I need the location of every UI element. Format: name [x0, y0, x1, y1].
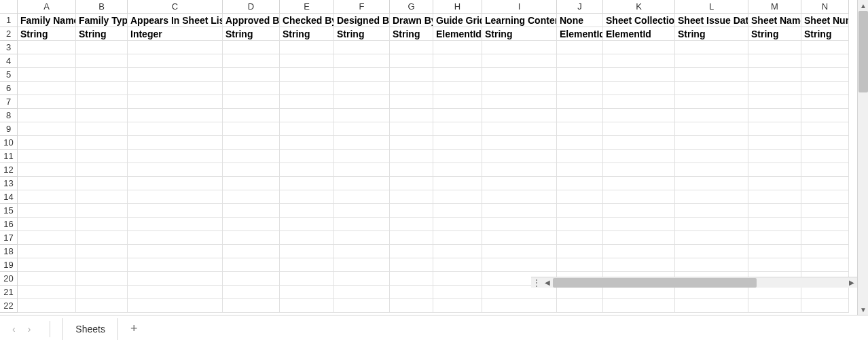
cell-H13[interactable]	[433, 177, 482, 190]
row-header-2[interactable]: 2	[0, 27, 18, 41]
cell-L3[interactable]	[675, 41, 748, 54]
cell-G9[interactable]	[390, 122, 433, 136]
cell-D6[interactable]	[223, 82, 280, 95]
cell-E20[interactable]	[280, 272, 334, 286]
cell-C7[interactable]	[128, 95, 223, 109]
cell-B13[interactable]	[76, 177, 128, 190]
cell-E6[interactable]	[280, 82, 334, 95]
cell-K10[interactable]	[603, 136, 675, 150]
cell-C21[interactable]	[128, 286, 223, 299]
cell-H12[interactable]	[433, 163, 482, 177]
select-all-corner[interactable]	[0, 0, 18, 14]
cell-L18[interactable]	[675, 245, 748, 258]
cell-C1[interactable]: Appears In Sheet List	[128, 14, 223, 27]
row-header-21[interactable]: 21	[0, 286, 18, 299]
cell-E9[interactable]	[280, 122, 334, 136]
cell-B18[interactable]	[76, 245, 128, 258]
vertical-scrollbar[interactable]: ▲ ▼	[857, 0, 868, 315]
cell-D3[interactable]	[223, 41, 280, 54]
cell-A8[interactable]	[18, 109, 76, 122]
cell-C4[interactable]	[128, 54, 223, 68]
cell-G22[interactable]	[390, 299, 433, 313]
cell-C18[interactable]	[128, 245, 223, 258]
cell-A21[interactable]	[18, 286, 76, 299]
cell-F20[interactable]	[334, 272, 390, 286]
cell-C5[interactable]	[128, 68, 223, 82]
scroll-right-button[interactable]: ▶	[846, 277, 857, 288]
cell-A19[interactable]	[18, 258, 76, 272]
cell-C2[interactable]: Integer	[128, 27, 223, 41]
cell-M18[interactable]	[748, 245, 801, 258]
cell-J2[interactable]: ElementId	[557, 27, 603, 41]
cell-H9[interactable]	[433, 122, 482, 136]
column-header-K[interactable]: K	[603, 0, 675, 14]
cell-G4[interactable]	[390, 54, 433, 68]
cell-B19[interactable]	[76, 258, 128, 272]
cell-H18[interactable]	[433, 245, 482, 258]
cell-I18[interactable]	[482, 245, 557, 258]
cell-A3[interactable]	[18, 41, 76, 54]
cell-K15[interactable]	[603, 204, 675, 218]
cell-G18[interactable]	[390, 245, 433, 258]
cell-L4[interactable]	[675, 54, 748, 68]
cell-E2[interactable]: String	[280, 27, 334, 41]
cell-N16[interactable]	[801, 218, 849, 231]
cell-B9[interactable]	[76, 122, 128, 136]
column-header-M[interactable]: M	[748, 0, 801, 14]
row-header-5[interactable]: 5	[0, 68, 18, 82]
cell-B1[interactable]: Family Type	[76, 14, 128, 27]
cell-C15[interactable]	[128, 204, 223, 218]
cell-M15[interactable]	[748, 204, 801, 218]
cell-M22[interactable]	[748, 299, 801, 313]
cell-M3[interactable]	[748, 41, 801, 54]
cell-F5[interactable]	[334, 68, 390, 82]
cell-E16[interactable]	[280, 218, 334, 231]
cell-F15[interactable]	[334, 204, 390, 218]
row-header-7[interactable]: 7	[0, 95, 18, 109]
cell-B2[interactable]: String	[76, 27, 128, 41]
cell-N7[interactable]	[801, 95, 849, 109]
cell-J13[interactable]	[557, 177, 603, 190]
cell-N11[interactable]	[801, 150, 849, 163]
cell-H11[interactable]	[433, 150, 482, 163]
cell-A1[interactable]: Family Name	[18, 14, 76, 27]
cell-M2[interactable]: String	[748, 27, 801, 41]
cell-G15[interactable]	[390, 204, 433, 218]
cell-G12[interactable]	[390, 163, 433, 177]
cell-A10[interactable]	[18, 136, 76, 150]
cell-B22[interactable]	[76, 299, 128, 313]
cell-M5[interactable]	[748, 68, 801, 82]
cell-J17[interactable]	[557, 231, 603, 245]
cell-L13[interactable]	[675, 177, 748, 190]
cell-J1[interactable]: None	[557, 14, 603, 27]
cell-C20[interactable]	[128, 272, 223, 286]
cell-N17[interactable]	[801, 231, 849, 245]
cell-D18[interactable]	[223, 245, 280, 258]
add-sheet-button[interactable]: +	[118, 316, 150, 341]
cell-D17[interactable]	[223, 231, 280, 245]
cell-J9[interactable]	[557, 122, 603, 136]
row-header-22[interactable]: 22	[0, 299, 18, 313]
cell-F1[interactable]: Designed By	[334, 14, 390, 27]
cell-B4[interactable]	[76, 54, 128, 68]
cell-G21[interactable]	[390, 286, 433, 299]
column-header-I[interactable]: I	[482, 0, 557, 14]
row-header-16[interactable]: 16	[0, 218, 18, 231]
cell-D13[interactable]	[223, 177, 280, 190]
cell-B14[interactable]	[76, 190, 128, 204]
cell-E15[interactable]	[280, 204, 334, 218]
cell-J10[interactable]	[557, 136, 603, 150]
cell-H10[interactable]	[433, 136, 482, 150]
cell-E8[interactable]	[280, 109, 334, 122]
cell-L22[interactable]	[675, 299, 748, 313]
cell-N12[interactable]	[801, 163, 849, 177]
cell-I8[interactable]	[482, 109, 557, 122]
cell-H7[interactable]	[433, 95, 482, 109]
cell-J3[interactable]	[557, 41, 603, 54]
row-header-9[interactable]: 9	[0, 122, 18, 136]
cell-K17[interactable]	[603, 231, 675, 245]
cell-G2[interactable]: String	[390, 27, 433, 41]
row-header-6[interactable]: 6	[0, 82, 18, 95]
cell-J18[interactable]	[557, 245, 603, 258]
cell-A4[interactable]	[18, 54, 76, 68]
